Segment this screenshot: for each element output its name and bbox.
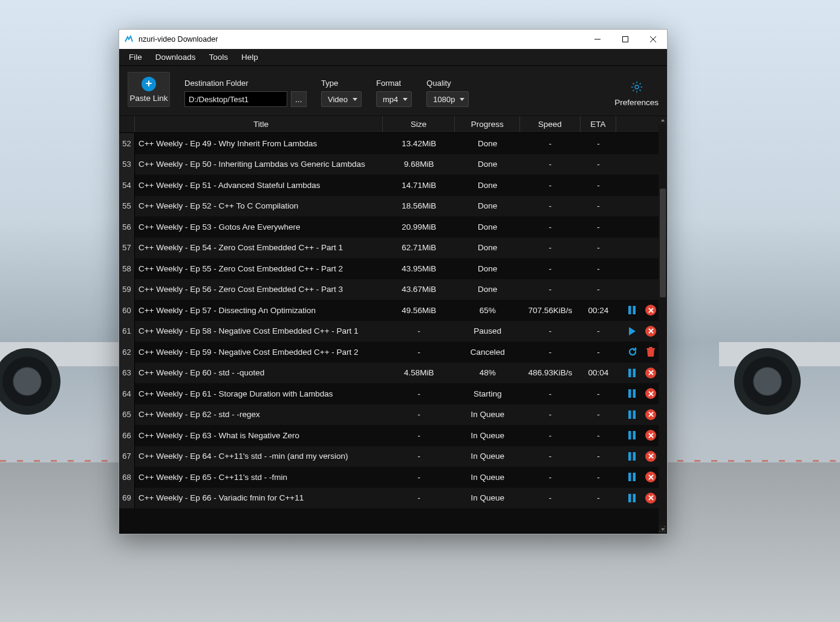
table-row[interactable]: 61C++ Weekly - Ep 58 - Negative Cost Emb… bbox=[119, 321, 667, 342]
table-row[interactable]: 66C++ Weekly - Ep 63 - What is Negative … bbox=[119, 425, 667, 446]
type-label: Type bbox=[321, 79, 362, 88]
row-title: C++ Weekly - Ep 53 - Gotos Are Everywher… bbox=[135, 222, 383, 232]
menu-downloads[interactable]: Downloads bbox=[149, 51, 202, 63]
row-eta: - bbox=[581, 139, 617, 148]
preferences-label: Preferences bbox=[614, 98, 659, 107]
resize-grip[interactable] bbox=[657, 524, 666, 533]
titlebar: nzuri-video Downloader bbox=[119, 30, 667, 49]
table-row[interactable]: 65C++ Weekly - Ep 62 - std - -regex-In Q… bbox=[119, 404, 667, 426]
svg-rect-37 bbox=[628, 494, 631, 502]
table-row[interactable]: 63C++ Weekly - Ep 60 - std - -quoted4.58… bbox=[119, 363, 667, 384]
cancel-icon[interactable] bbox=[645, 493, 656, 504]
col-size[interactable]: Size bbox=[383, 116, 455, 132]
pause-icon[interactable] bbox=[627, 305, 637, 315]
svg-rect-30 bbox=[633, 452, 636, 461]
row-speed: - bbox=[520, 410, 581, 419]
paste-link-button[interactable]: + Paste Link bbox=[128, 72, 170, 107]
col-eta[interactable]: ETA bbox=[581, 116, 617, 132]
row-progress: Done bbox=[455, 181, 520, 190]
row-progress: Canceled bbox=[455, 348, 520, 357]
row-progress: Done bbox=[455, 222, 520, 232]
svg-rect-17 bbox=[628, 389, 631, 398]
cancel-icon[interactable] bbox=[645, 368, 656, 378]
col-speed[interactable]: Speed bbox=[520, 116, 581, 132]
cancel-icon[interactable] bbox=[645, 409, 656, 420]
close-button[interactable] bbox=[639, 30, 667, 49]
pause-icon[interactable] bbox=[627, 430, 637, 440]
row-title: C++ Weekly - Ep 66 - Variadic fmin for C… bbox=[135, 493, 383, 502]
row-title: C++ Weekly - Ep 57 - Dissecting An Optim… bbox=[135, 306, 383, 315]
table-row[interactable]: 53C++ Weekly - Ep 50 - Inheriting Lambda… bbox=[119, 154, 667, 175]
app-icon bbox=[124, 34, 134, 44]
col-title[interactable]: Title bbox=[135, 116, 383, 132]
table-row[interactable]: 64C++ Weekly - Ep 61 - Storage Duration … bbox=[119, 383, 667, 404]
svg-point-46 bbox=[664, 531, 665, 532]
row-progress: In Queue bbox=[455, 473, 520, 482]
table-row[interactable]: 56C++ Weekly - Ep 53 - Gotos Are Everywh… bbox=[119, 216, 667, 238]
destination-input[interactable] bbox=[184, 91, 287, 107]
pause-icon[interactable] bbox=[627, 389, 637, 398]
cancel-icon[interactable] bbox=[645, 471, 656, 482]
col-num[interactable] bbox=[119, 116, 135, 132]
table-row[interactable]: 60C++ Weekly - Ep 57 - Dissecting An Opt… bbox=[119, 300, 667, 321]
row-speed: - bbox=[520, 285, 581, 294]
menu-file[interactable]: File bbox=[123, 51, 148, 63]
svg-rect-12 bbox=[646, 348, 655, 349]
pause-icon[interactable] bbox=[627, 410, 637, 420]
table-row[interactable]: 57C++ Weekly - Ep 54 - Zero Cost Embedde… bbox=[119, 238, 667, 259]
row-number: 60 bbox=[119, 300, 135, 321]
pause-icon[interactable] bbox=[627, 472, 637, 482]
row-title: C++ Weekly - Ep 60 - std - -quoted bbox=[135, 368, 383, 377]
play-icon[interactable] bbox=[627, 326, 637, 336]
pause-icon[interactable] bbox=[627, 452, 637, 461]
type-group: Type Video bbox=[321, 79, 362, 107]
cancel-icon[interactable] bbox=[645, 451, 656, 462]
scroll-thumb[interactable] bbox=[660, 189, 666, 297]
plus-icon: + bbox=[142, 77, 156, 91]
vertical-scrollbar[interactable] bbox=[659, 116, 667, 534]
table-row[interactable]: 58C++ Weekly - Ep 55 - Zero Cost Embedde… bbox=[119, 258, 667, 279]
row-eta: - bbox=[581, 181, 617, 190]
row-title: C++ Weekly - Ep 59 - Negative Cost Embed… bbox=[135, 348, 383, 357]
type-select[interactable]: Video bbox=[321, 91, 362, 107]
svg-rect-38 bbox=[633, 494, 636, 502]
table-row[interactable]: 67C++ Weekly - Ep 64 - C++11's std - -mi… bbox=[119, 446, 667, 467]
maximize-button[interactable] bbox=[611, 30, 639, 49]
cancel-icon[interactable] bbox=[645, 388, 656, 399]
row-title: C++ Weekly - Ep 55 - Zero Cost Embedded … bbox=[135, 264, 383, 273]
row-size: - bbox=[383, 452, 455, 461]
row-eta: - bbox=[581, 410, 617, 419]
row-eta: 00:24 bbox=[581, 306, 617, 315]
format-select[interactable]: mp4 bbox=[376, 91, 412, 107]
table-row[interactable]: 52C++ Weekly - Ep 49 - Why Inherit From … bbox=[119, 133, 667, 154]
cancel-icon[interactable] bbox=[645, 430, 656, 441]
table-row[interactable]: 54C++ Weekly - Ep 51 - Advanced Stateful… bbox=[119, 175, 667, 196]
svg-rect-33 bbox=[628, 473, 631, 481]
svg-rect-11 bbox=[649, 347, 653, 348]
table-row[interactable]: 55C++ Weekly - Ep 52 - C++ To C Compilat… bbox=[119, 196, 667, 217]
cancel-icon[interactable] bbox=[645, 326, 656, 337]
row-speed: - bbox=[520, 452, 581, 461]
menu-tools[interactable]: Tools bbox=[203, 51, 235, 63]
row-number: 53 bbox=[119, 154, 135, 175]
preferences-button[interactable]: Preferences bbox=[614, 80, 659, 107]
quality-select[interactable]: 1080p bbox=[426, 91, 469, 107]
table-row[interactable]: 69C++ Weekly - Ep 66 - Variadic fmin for… bbox=[119, 488, 667, 509]
scroll-up-icon[interactable] bbox=[659, 116, 667, 125]
menu-help[interactable]: Help bbox=[235, 51, 264, 63]
row-title: C++ Weekly - Ep 52 - C++ To C Compilatio… bbox=[135, 201, 383, 210]
pause-icon[interactable] bbox=[627, 493, 637, 503]
table-row[interactable]: 68C++ Weekly - Ep 65 - C++11's std - -fm… bbox=[119, 467, 667, 488]
retry-icon[interactable] bbox=[628, 347, 637, 357]
browse-button[interactable]: ... bbox=[291, 91, 307, 107]
minimize-button[interactable] bbox=[584, 30, 611, 49]
cancel-icon[interactable] bbox=[645, 305, 656, 316]
svg-rect-14 bbox=[633, 369, 636, 377]
pause-icon[interactable] bbox=[627, 368, 637, 378]
svg-rect-13 bbox=[628, 369, 631, 377]
trash-icon[interactable] bbox=[646, 346, 656, 357]
col-progress[interactable]: Progress bbox=[455, 116, 520, 132]
format-group: Format mp4 bbox=[376, 79, 412, 107]
table-row[interactable]: 62C++ Weekly - Ep 59 - Negative Cost Emb… bbox=[119, 342, 667, 363]
table-row[interactable]: 59C++ Weekly - Ep 56 - Zero Cost Embedde… bbox=[119, 279, 667, 300]
